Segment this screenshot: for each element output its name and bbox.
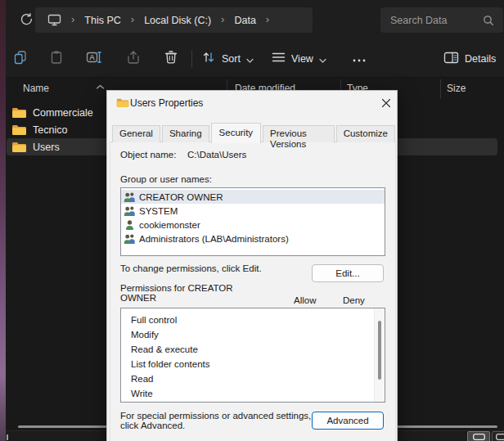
advanced-button-label: Advanced	[326, 416, 368, 425]
refresh-icon	[20, 12, 34, 29]
tab-previous-versions[interactable]: Previous Versions	[263, 125, 335, 142]
user-icon	[124, 219, 136, 230]
list-item-administrators[interactable]: Administrators (LAB\Administrators)	[121, 232, 385, 245]
list-item-system[interactable]: SYSTEM	[121, 204, 385, 218]
permission-row-list-folder-contents[interactable]: List folder contents	[121, 357, 385, 371]
copy-button[interactable]	[7, 45, 34, 73]
this-pc-icon	[47, 14, 61, 26]
permission-row-write[interactable]: Write	[121, 386, 385, 401]
permissions-list[interactable]: Full control Modify Read & execute List …	[120, 308, 385, 403]
edit-button-label: Edit...	[335, 268, 359, 278]
chevron-right-icon: ›	[221, 14, 224, 25]
advanced-hint-line1: For special permissions or advanced sett…	[120, 411, 311, 421]
delete-icon	[163, 49, 179, 69]
search-icon	[483, 15, 494, 29]
column-header-name[interactable]: Name	[23, 83, 49, 94]
details-pane-icon	[443, 52, 459, 67]
details-view-toggle-button[interactable]	[467, 431, 490, 441]
screen: › This PC › Local Disk (C:) › Data › A	[0, 0, 504, 441]
more-options-button[interactable]	[345, 45, 373, 73]
column-header-size[interactable]: Size	[447, 83, 466, 94]
breadcrumb-data[interactable]: Data	[234, 15, 255, 26]
groups-list-label: Group or user names:	[120, 174, 212, 184]
users-properties-dialog: Users Properties General Sharing Securit…	[106, 90, 398, 441]
tab-security[interactable]: Security	[211, 123, 262, 143]
folder-icon	[11, 141, 27, 153]
group-name: Administrators (LAB\Administrators)	[139, 234, 289, 244]
ellipsis-icon	[352, 52, 367, 66]
list-item-creator-owner[interactable]: CREATOR OWNER	[121, 190, 385, 204]
details-label: Details	[465, 53, 496, 65]
folder-icon	[116, 97, 129, 108]
folder-icon	[11, 106, 27, 119]
edit-button[interactable]: Edit...	[312, 264, 384, 282]
list-item-cookiemonster[interactable]: cookiemonster	[121, 218, 385, 232]
status-text-clipped	[7, 434, 8, 440]
copy-icon	[12, 49, 29, 69]
chevron-right-icon: ›	[266, 14, 269, 25]
file-name: Users	[33, 142, 60, 153]
user-name: cookiemonster	[139, 220, 200, 230]
scrollbar-thumb[interactable]	[378, 321, 381, 380]
group-name: SYSTEM	[139, 206, 178, 216]
advanced-button[interactable]: Advanced	[312, 412, 384, 430]
permissions-for-label-line1: Permissions for CREATOR	[120, 283, 233, 293]
sort-button[interactable]: Sort	[201, 45, 254, 73]
permission-row-read[interactable]: Read	[121, 371, 385, 386]
tab-customize[interactable]: Customize	[336, 125, 395, 142]
chevron-down-icon	[319, 52, 326, 66]
dialog-tab-strip: General Sharing Security Previous Versio…	[112, 123, 397, 142]
search-input[interactable]	[380, 15, 479, 26]
tab-sharing[interactable]: Sharing	[162, 125, 209, 142]
rename-icon: A	[85, 49, 103, 69]
object-name-label: Object name:	[120, 150, 176, 160]
group-icon	[124, 205, 136, 216]
allow-column-label: Allow	[294, 295, 316, 305]
breadcrumb-this-pc[interactable]: This PC	[84, 15, 120, 26]
breadcrumb-local-disk-c[interactable]: Local Disk (C:)	[144, 15, 211, 26]
permission-row-read-execute[interactable]: Read & execute	[121, 342, 385, 357]
object-name-value: C:\Data\Users	[187, 150, 246, 160]
edit-hint-text: To change permissions, click Edit.	[120, 263, 262, 273]
file-name: Commerciale	[33, 107, 93, 119]
share-icon	[125, 49, 142, 69]
view-button[interactable]: View	[272, 45, 326, 73]
paste-icon	[48, 49, 65, 69]
thumbnails-view-toggle-button[interactable]	[492, 431, 504, 441]
deny-column-label: Deny	[343, 295, 365, 305]
permission-row-full-control[interactable]: Full control	[121, 313, 385, 327]
group-icon	[124, 233, 136, 244]
advanced-hint-line2: click Advanced.	[120, 421, 185, 430]
paste-button[interactable]	[43, 45, 70, 73]
permission-row-modify[interactable]: Modify	[121, 327, 385, 342]
chevron-right-icon: ›	[71, 14, 74, 25]
delete-button[interactable]	[157, 45, 185, 73]
chevron-right-icon: ›	[131, 14, 134, 25]
address-bar[interactable]: › This PC › Local Disk (C:) › Data ›	[35, 7, 313, 33]
sort-label: Sort	[222, 53, 241, 65]
group-icon	[124, 191, 136, 202]
rename-button[interactable]: A	[80, 45, 108, 73]
file-name: Tecnico	[33, 124, 67, 136]
refresh-button[interactable]	[16, 11, 36, 30]
search-box[interactable]	[380, 7, 503, 33]
group-name: CREATOR OWNER	[139, 192, 223, 202]
close-icon	[381, 98, 391, 110]
sort-ascending-caret-icon	[96, 78, 105, 92]
permissions-for-label-line2: OWNER	[120, 293, 156, 303]
desktop-wallpaper-edge	[0, 0, 6, 441]
view-icon	[272, 52, 286, 66]
group-user-list[interactable]: CREATOR OWNER SYSTEM cookiemonster Admin…	[120, 187, 385, 256]
dialog-title: Users Properties	[130, 97, 203, 109]
close-button[interactable]	[377, 95, 395, 113]
column-separator[interactable]	[440, 79, 441, 99]
vertical-scrollbar[interactable]	[374, 308, 385, 402]
permission-row-special-permissions-clipped[interactable]: Special permissions	[121, 401, 385, 403]
details-pane-button[interactable]: Details	[443, 45, 496, 73]
toolbar-separator	[191, 50, 192, 68]
folder-icon	[11, 124, 27, 136]
view-label: View	[291, 53, 313, 65]
tab-general[interactable]: General	[112, 125, 160, 142]
share-button[interactable]	[119, 45, 147, 73]
svg-text:A: A	[89, 53, 94, 61]
